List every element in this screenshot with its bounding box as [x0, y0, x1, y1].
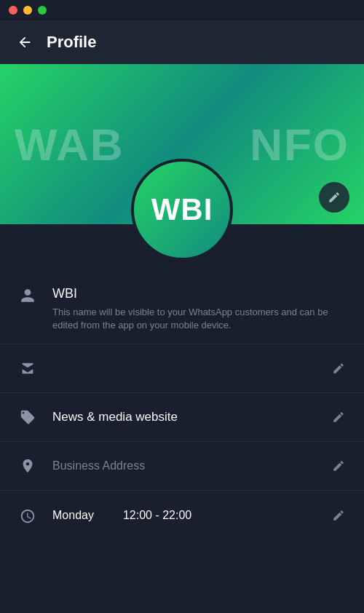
- website-content: News & media website: [52, 410, 328, 424]
- header: Profile: [0, 20, 364, 64]
- profile-banner: WAB NFO WBI: [0, 64, 364, 224]
- hours-edit-icon: [332, 509, 345, 522]
- hours-time: 12:00 - 22:00: [123, 509, 191, 522]
- person-icon-wrapper: [15, 288, 41, 304]
- avatar-initials: WBI: [151, 192, 213, 227]
- store-icon-wrapper: [15, 360, 41, 376]
- website-edit-button[interactable]: [328, 411, 349, 424]
- location-icon-wrapper: [15, 458, 41, 474]
- edit-banner-button[interactable]: [319, 182, 349, 213]
- traffic-light-red[interactable]: [9, 6, 17, 15]
- avatar[interactable]: WBI: [131, 159, 233, 261]
- store-icon: [20, 360, 36, 376]
- hours-day: Monday: [52, 509, 94, 522]
- location-icon: [20, 458, 36, 474]
- banner-right-text: NFO: [250, 119, 349, 170]
- address-content: Business Address: [52, 459, 328, 472]
- category-edit-button[interactable]: [328, 362, 349, 375]
- traffic-light-green[interactable]: [38, 6, 47, 15]
- address-edit-button[interactable]: [328, 459, 349, 472]
- website-row: News & media website: [0, 393, 364, 442]
- avatar-wrapper: WBI: [131, 159, 233, 261]
- banner-left-text: WAB: [15, 119, 124, 170]
- address-row: Business Address: [0, 442, 364, 491]
- traffic-light-yellow[interactable]: [23, 6, 32, 15]
- website-edit-icon: [332, 411, 345, 424]
- profile-content: WBI This name will be visible to your Wh…: [0, 224, 364, 540]
- tag-icon: [20, 409, 36, 425]
- name-content: WBI This name will be visible to your Wh…: [52, 286, 349, 332]
- name-description: This name will be visible to your WhatsA…: [52, 306, 349, 332]
- hours-content: Monday 12:00 - 22:00: [52, 509, 328, 522]
- category-edit-icon: [332, 362, 345, 375]
- profile-name: WBI: [52, 286, 349, 301]
- clock-icon: [20, 508, 36, 524]
- person-icon: [20, 288, 36, 304]
- hours-edit-button[interactable]: [328, 509, 349, 522]
- address-edit-icon: [332, 459, 345, 472]
- name-row: WBI This name will be visible to your Wh…: [0, 272, 364, 344]
- back-button[interactable]: [15, 32, 35, 52]
- title-bar: [0, 0, 364, 20]
- category-row: [0, 344, 364, 393]
- page-title: Profile: [47, 33, 96, 52]
- hours-row: Monday 12:00 - 22:00: [0, 491, 364, 540]
- clock-icon-wrapper: [15, 508, 41, 524]
- tag-icon-wrapper: [15, 409, 41, 425]
